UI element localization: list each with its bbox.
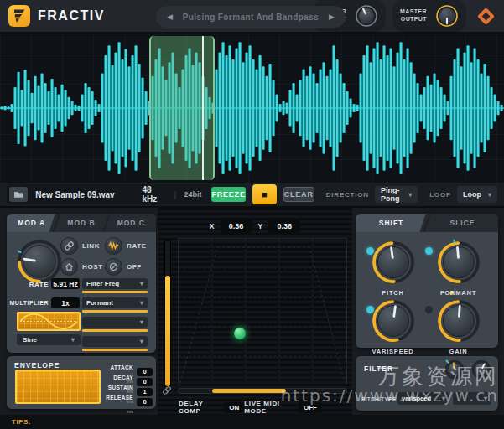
x-axis-slider[interactable] <box>178 388 347 394</box>
lfo-shape-dropdown[interactable]: Sine ▾ <box>17 334 81 345</box>
chevron-down-icon: ▾ <box>140 338 143 345</box>
preset-next-icon[interactable]: ▶ <box>329 13 335 21</box>
mod-target-dropdown[interactable]: Formant ▾ <box>82 297 148 308</box>
preset-prev-icon[interactable]: ◀ <box>167 13 173 21</box>
mod-depth-bar[interactable] <box>82 349 148 351</box>
mod-depth-bar[interactable] <box>82 329 148 332</box>
waveform-display[interactable] <box>0 34 504 183</box>
live-midi-toggle[interactable]: OFF <box>299 402 322 413</box>
delay-comp-toggle[interactable]: ON <box>224 402 244 413</box>
logo-icon <box>8 5 30 27</box>
file-info-chip: New Sample 09.wav 48 kHz | 24bit <box>7 184 211 204</box>
envelope-release-row: RELEASE ms 0 <box>104 397 153 406</box>
tab-mod-c[interactable]: MOD C <box>107 214 156 232</box>
decay-value[interactable]: 0 <box>137 378 153 386</box>
host-home-icon <box>64 261 75 272</box>
bit-depth: 24bit <box>184 190 201 199</box>
formant-knob[interactable] <box>434 237 484 287</box>
stop-button[interactable]: ■ <box>252 184 277 204</box>
rate-label: RATE <box>12 281 49 288</box>
rate-value[interactable]: 5.91 Hz <box>51 278 80 289</box>
fractiv-plugin-window: FRACTIV ◀ Pulsing Formant And Bandpass ▶… <box>0 0 504 429</box>
direction-label: DIRECTION <box>326 191 369 199</box>
chevron-down-icon: ▾ <box>488 191 491 199</box>
master-output-label: MASTER OUTPUT <box>400 8 427 23</box>
waveform-svg <box>0 34 504 183</box>
mod-link-button[interactable]: LINK <box>60 237 100 255</box>
waveform-selection-region[interactable] <box>149 36 215 180</box>
y-axis-slider[interactable] <box>164 240 171 387</box>
link-axes-icon[interactable] <box>162 385 172 395</box>
y-value[interactable]: 0.36 <box>268 220 300 233</box>
loop-dropdown[interactable]: Loop ▾ <box>457 186 497 203</box>
multiplier-value[interactable]: 1x <box>51 297 80 308</box>
file-info-divider: | <box>174 190 177 199</box>
mod-target-slot-3: ▾ <box>82 317 148 332</box>
playhead-line <box>202 36 204 180</box>
mod-off-button[interactable]: OFF <box>105 258 142 276</box>
multiplier-label: MULTIPLIER <box>8 300 49 306</box>
app-logo: FRACTIV <box>8 5 105 27</box>
chevron-down-icon: ▾ <box>140 280 143 287</box>
delay-comp-label: DELAY COMP <box>179 400 217 415</box>
chevron-down-icon: ▾ <box>71 336 75 344</box>
gain-knob[interactable] <box>434 296 484 346</box>
xy-pad[interactable] <box>178 238 347 385</box>
varispeed-knob[interactable] <box>368 296 418 346</box>
mod-host-button[interactable]: HOST <box>60 258 103 276</box>
tab-mod-a[interactable]: MOD A <box>7 214 56 232</box>
mod-target-slot-1: Filter Freq ▾ <box>82 278 148 293</box>
preset-selector[interactable]: ◀ Pulsing Formant And Bandpass ▶ <box>156 6 346 28</box>
release-value[interactable]: 0 <box>137 398 153 406</box>
preset-name[interactable]: Pulsing Formant And Bandpass <box>183 13 320 22</box>
sustain-value[interactable]: 1 <box>137 388 153 396</box>
filter-type-dropdown[interactable]: ▾ <box>453 392 491 405</box>
app-title: FRACTIV <box>38 8 105 23</box>
tab-slice[interactable]: SLICE <box>427 214 498 232</box>
tab-shift[interactable]: SHIFT <box>356 214 427 232</box>
envelope-display[interactable] <box>15 370 101 404</box>
mod-target-dropdown[interactable]: ▾ <box>82 336 148 347</box>
shift-panel: SHIFT SLICE PITCH FORMANT VARISPEED GAIN <box>356 214 498 348</box>
open-file-button[interactable] <box>9 187 28 202</box>
off-mute-icon <box>108 261 119 272</box>
attack-value[interactable]: 0 <box>137 368 153 376</box>
rate-wave-icon <box>108 240 119 251</box>
xy-section: X 0.36 Y 0.36 <box>158 208 352 415</box>
filter-resonance-knob[interactable] <box>468 356 495 383</box>
chevron-down-icon: ▾ <box>442 395 445 402</box>
xy-options-row: DELAY COMP ON LIVE MIDI MODE OFF <box>158 400 352 415</box>
clear-button[interactable]: CLEAR <box>283 187 314 202</box>
master-output-knob[interactable] <box>432 1 462 31</box>
chevron-down-icon: ▾ <box>408 191 412 199</box>
filter-panel: FILTER PITCH TYPE varispeed ▾ ▾ <box>356 356 498 411</box>
link-icon <box>64 240 75 251</box>
shift-tabs: SHIFT SLICE <box>356 214 498 232</box>
top-bar: FRACTIV ◀ Pulsing Formant And Bandpass ▶… <box>0 0 504 34</box>
mod-target-dropdown[interactable]: Filter Freq ▾ <box>82 278 148 289</box>
varispeed-knob-label: VARISPEED <box>357 348 429 355</box>
mod-depth-bar[interactable] <box>82 291 148 293</box>
direction-dropdown[interactable]: Ping-Pong ▾ <box>375 186 418 203</box>
master-input-knob[interactable] <box>351 1 382 31</box>
filter-title: FILTER <box>364 364 393 373</box>
chevron-down-icon: ▾ <box>484 395 487 402</box>
stop-icon: ■ <box>262 189 268 199</box>
pitch-knob[interactable] <box>368 237 418 287</box>
x-value[interactable]: 0.36 <box>221 220 252 233</box>
filter-cutoff-knob[interactable] <box>441 356 468 383</box>
tips-label: TIPS: <box>12 418 31 426</box>
lfo-shape-display <box>17 312 81 331</box>
master-output-group: MASTER OUTPUT <box>392 0 466 33</box>
sample-name[interactable]: New Sample 09.wav <box>35 190 134 199</box>
xy-cursor-ball[interactable] <box>234 328 246 339</box>
mod-depth-bar[interactable] <box>82 310 148 313</box>
y-label: Y <box>258 222 263 230</box>
mod-target-dropdown[interactable]: ▾ <box>82 317 148 328</box>
mod-rate-button[interactable]: RATE <box>105 237 147 255</box>
freeze-button[interactable]: FREEZE <box>211 187 245 202</box>
chevron-down-icon: ▾ <box>140 318 143 326</box>
tab-mod-b[interactable]: MOD B <box>56 214 106 232</box>
pitch-type-dropdown[interactable]: varispeed ▾ <box>397 392 449 405</box>
transport-bar: New Sample 09.wav 48 kHz | 24bit FREEZE … <box>0 183 504 208</box>
